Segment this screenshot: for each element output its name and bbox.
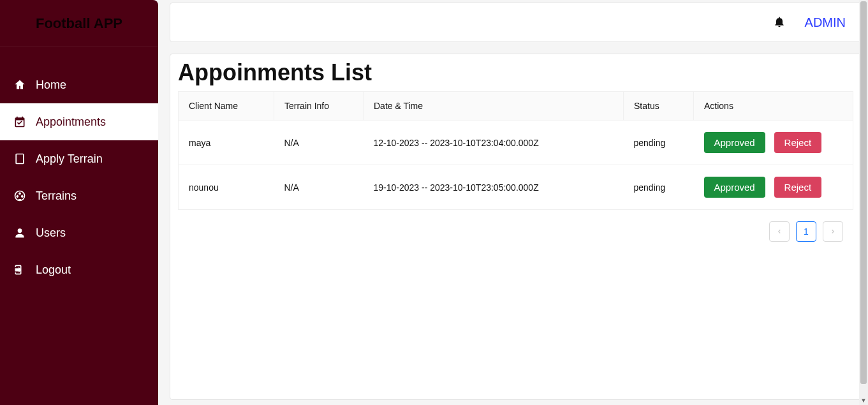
sidebar: Football APP Home Appointments Apply Ter…: [0, 0, 158, 405]
sidebar-item-terrains[interactable]: Terrains: [0, 177, 158, 214]
page-title: Appoinments List: [170, 54, 861, 91]
appointments-table: Client Name Terrain Info Date & Time Sta…: [178, 91, 853, 210]
col-actions: Actions: [694, 92, 853, 121]
cell-terrain: N/A: [274, 121, 364, 165]
reject-button[interactable]: Reject: [774, 132, 822, 153]
col-terrain: Terrain Info: [274, 92, 364, 121]
svg-point-2: [18, 228, 22, 233]
home-icon: [13, 78, 27, 92]
logout-icon: [13, 263, 27, 277]
sidebar-menu: Home Appointments Apply Terrain Terrains: [0, 47, 158, 288]
next-page-button[interactable]: [823, 221, 843, 242]
pagination: 1: [178, 210, 853, 242]
cell-terrain: N/A: [274, 165, 364, 210]
topbar: ADMIN: [170, 3, 862, 42]
sidebar-item-label: Apply Terrain: [36, 152, 103, 166]
bell-icon[interactable]: [773, 15, 786, 29]
cell-actions: Approved Reject: [694, 121, 853, 165]
sidebar-item-users[interactable]: Users: [0, 214, 158, 251]
approve-button[interactable]: Approved: [704, 132, 765, 153]
svg-rect-0: [16, 154, 24, 164]
sidebar-item-logout[interactable]: Logout: [0, 251, 158, 288]
cell-client: maya: [179, 121, 274, 165]
sidebar-item-apply-terrain[interactable]: Apply Terrain: [0, 140, 158, 177]
col-status: Status: [624, 92, 694, 121]
calendar-check-icon: [13, 115, 27, 129]
content-box: Appoinments List Client Name Terrain Inf…: [170, 54, 862, 400]
main-area: ADMIN Appoinments List Client Name Terra…: [158, 0, 868, 405]
cell-datetime: 19-10-2023 -- 2023-10-10T23:05:00.000Z: [364, 165, 624, 210]
scroll-thumb[interactable]: [860, 1, 867, 384]
scrollbar[interactable]: ▲ ▼: [859, 0, 868, 405]
sidebar-item-label: Home: [36, 78, 66, 92]
sidebar-item-label: Logout: [36, 263, 71, 277]
table-row: maya N/A 12-10-2023 -- 2023-10-10T23:04:…: [179, 121, 853, 165]
tablet-icon: [13, 152, 27, 166]
page-number-button[interactable]: 1: [796, 221, 816, 242]
football-icon: [13, 189, 27, 203]
prev-page-button[interactable]: [769, 221, 790, 242]
table-header-row: Client Name Terrain Info Date & Time Sta…: [179, 92, 853, 121]
approve-button[interactable]: Approved: [704, 177, 765, 198]
sidebar-item-label: Terrains: [36, 189, 77, 203]
admin-link[interactable]: ADMIN: [805, 15, 846, 30]
sidebar-item-label: Appointments: [36, 115, 106, 129]
sidebar-item-home[interactable]: Home: [0, 66, 158, 103]
reject-button[interactable]: Reject: [774, 177, 822, 198]
sidebar-item-appointments[interactable]: Appointments: [0, 103, 158, 140]
app-title: Football APP: [0, 0, 158, 47]
user-icon: [13, 226, 27, 240]
cell-status: pending: [624, 121, 694, 165]
cell-actions: Approved Reject: [694, 165, 853, 210]
sidebar-item-label: Users: [36, 226, 66, 240]
col-datetime: Date & Time: [364, 92, 624, 121]
table-row: nounou N/A 19-10-2023 -- 2023-10-10T23:0…: [179, 165, 853, 210]
appointments-table-wrap: Client Name Terrain Info Date & Time Sta…: [170, 91, 861, 242]
cell-client: nounou: [179, 165, 274, 210]
scroll-down-icon[interactable]: ▼: [859, 396, 868, 405]
cell-status: pending: [624, 165, 694, 210]
col-client: Client Name: [179, 92, 274, 121]
cell-datetime: 12-10-2023 -- 2023-10-10T23:04:00.000Z: [364, 121, 624, 165]
